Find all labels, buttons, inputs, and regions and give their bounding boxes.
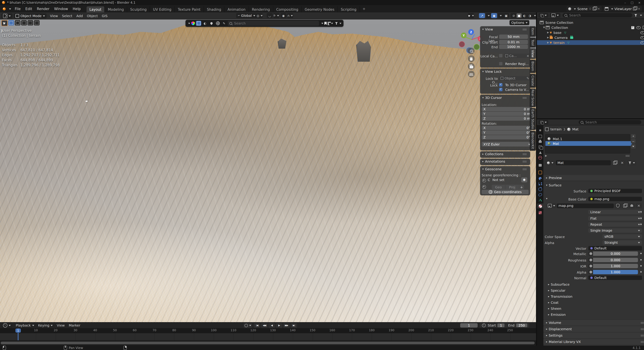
clip-end-field[interactable]: 1000 m xyxy=(499,44,528,49)
tab-data-icon[interactable] xyxy=(538,197,543,203)
n-panel-tab[interactable]: Tool xyxy=(530,38,536,47)
interpolation-dropdown[interactable]: Linear xyxy=(588,210,642,214)
image-name-field[interactable]: map.png xyxy=(557,203,614,208)
tab-scene-icon[interactable] xyxy=(538,150,543,155)
crs-radio[interactable] xyxy=(482,179,486,182)
shading-wireframe-icon[interactable]: ⊘ xyxy=(511,13,516,18)
workspace-tab[interactable]: Layout xyxy=(86,6,105,12)
properties-search-input[interactable] xyxy=(585,120,639,124)
shading-rendered-icon[interactable]: ◑ xyxy=(527,13,532,18)
panel-collections[interactable]: ▸Collections xyxy=(480,152,530,158)
outliner-search-box[interactable] xyxy=(562,13,632,17)
focal-length-field[interactable]: 50 mm xyxy=(499,34,528,39)
minimize-button[interactable]: – xyxy=(624,1,626,4)
proj-radio[interactable] xyxy=(482,185,486,189)
mode-dropdown[interactable]: Object Mode xyxy=(14,13,46,18)
render-region-checkbox[interactable] xyxy=(499,62,502,65)
collection-checkbox[interactable] xyxy=(631,26,634,29)
object-visibility-dropdown[interactable] xyxy=(468,13,474,18)
workspace-tab[interactable]: Sculpting xyxy=(127,6,150,12)
gis-collapse-caret-icon[interactable] xyxy=(188,23,190,25)
zoom-button[interactable]: + xyxy=(468,48,474,54)
transport-button[interactable]: ▶▶ xyxy=(283,323,290,328)
shading-material-icon[interactable]: ◐ xyxy=(522,13,527,18)
local-camera-checkbox[interactable] xyxy=(499,54,502,57)
tab-material-icon[interactable] xyxy=(537,204,544,209)
filter-icon[interactable] xyxy=(634,14,637,16)
select-mode-invert[interactable] xyxy=(28,20,33,25)
cursor-rotation-x[interactable]: X0° xyxy=(482,126,532,130)
timeline-editor-type[interactable] xyxy=(1,323,12,328)
viewport-menu-view[interactable]: View xyxy=(48,14,60,17)
transport-button[interactable]: ▶ xyxy=(276,323,282,328)
shading-solid-icon[interactable]: ● xyxy=(516,13,522,18)
rotation-mode-dropdown[interactable]: XYZ Euler xyxy=(482,142,532,146)
cursor-rotation-y[interactable]: Y0° xyxy=(482,130,532,135)
n-panel-tab[interactable]: Item xyxy=(530,26,536,36)
auto-keying-button[interactable] xyxy=(244,323,252,328)
crs-settings-button[interactable]: ✱ xyxy=(521,177,527,182)
blender-menu-icon[interactable] xyxy=(3,7,6,10)
hide-eye-icon[interactable] xyxy=(640,36,644,39)
base-color-button[interactable]: map.png xyxy=(588,197,642,201)
properties-panel[interactable]: ▸Material Library VX xyxy=(544,339,644,345)
workspace-tab[interactable]: Compositing xyxy=(273,6,302,12)
select-mode-subtract[interactable] xyxy=(21,20,27,25)
transport-button[interactable]: ▶| xyxy=(290,323,297,328)
expand-icon[interactable]: ▶ xyxy=(546,31,550,34)
xray-toggle[interactable]: ▣ xyxy=(503,13,509,18)
playhead-frame-badge[interactable]: 1 xyxy=(16,329,21,333)
tab-modifiers-icon[interactable] xyxy=(538,176,543,181)
geo-coordinates-button[interactable]: Geo-coordinates xyxy=(482,190,528,194)
new-material-copy-button[interactable] xyxy=(612,160,618,165)
n-panel-tab[interactable]: View xyxy=(530,49,536,59)
tab-view-layer-icon[interactable] xyxy=(538,144,543,150)
properties-panel[interactable]: ▸Settings xyxy=(544,333,644,338)
tab-physics-icon[interactable] xyxy=(538,187,543,192)
panel-annotations[interactable]: ▸Annotations xyxy=(480,159,530,165)
select-mode-new[interactable] xyxy=(8,20,14,25)
hide-eye-icon[interactable] xyxy=(640,31,644,34)
end-frame-field[interactable]: 250 xyxy=(516,324,527,327)
render-visibility-icon[interactable] xyxy=(643,26,644,29)
properties-panel[interactable]: ▸Displacement xyxy=(544,326,644,332)
gis-search-input[interactable] xyxy=(234,21,317,25)
transport-button[interactable]: ◀ xyxy=(268,323,275,328)
menu-render[interactable]: Render xyxy=(34,7,52,11)
color-space-dropdown[interactable]: sRGB xyxy=(602,234,642,239)
gis-globe-tool[interactable] xyxy=(215,21,220,26)
transport-button[interactable]: |◀ xyxy=(254,323,260,328)
material-browse-button[interactable] xyxy=(545,160,555,165)
pan-button[interactable] xyxy=(468,55,474,62)
ior-slider[interactable]: 1.000 xyxy=(593,264,638,268)
viewport-canvas[interactable] xyxy=(0,19,536,322)
add-slot-button[interactable]: ＋ xyxy=(631,134,636,138)
gis-filter-button[interactable] xyxy=(334,21,342,26)
local-camera-field[interactable]: Ca...× xyxy=(504,54,531,58)
base-object-marker[interactable] xyxy=(86,101,88,102)
menu-help[interactable]: Help xyxy=(70,7,83,11)
menu-edit[interactable]: Edit xyxy=(23,7,34,11)
lock-to-object-field[interactable]: Object✎ xyxy=(499,76,531,80)
viewport-menu-select[interactable]: Select xyxy=(60,14,74,17)
gis-paint-tool[interactable]: ✎ xyxy=(221,21,227,26)
gis-sphere-tool[interactable]: ◐ xyxy=(202,21,208,26)
gizmo-axis-z[interactable]: Z xyxy=(468,29,474,35)
workspace-tab[interactable]: Texture Paint xyxy=(175,6,204,12)
n-panel-tab[interactable]: Create xyxy=(530,74,536,87)
options-dropdown[interactable]: Options xyxy=(510,20,529,25)
add-workspace-button[interactable]: + xyxy=(360,6,368,11)
terrain-mesh[interactable] xyxy=(0,19,536,322)
select-mode-intersect[interactable] xyxy=(34,20,40,25)
tab-object-icon[interactable] xyxy=(538,170,543,175)
camera-view-button[interactable] xyxy=(468,63,474,70)
scene-unlink-icon[interactable]: × xyxy=(598,7,600,10)
workspace-tab[interactable]: Scripting xyxy=(338,6,360,12)
material-subpanel[interactable]: ▸Coat xyxy=(548,300,558,305)
metallic-socket[interactable] xyxy=(588,251,593,256)
normal-button[interactable]: Default xyxy=(588,276,642,280)
scene-pin-icon[interactable]: ✩ xyxy=(589,7,591,10)
surface-shader-button[interactable]: Principled BSDF xyxy=(588,189,642,193)
surface-panel-header[interactable]: ▾Surface xyxy=(546,182,562,188)
tab-world-icon[interactable] xyxy=(538,155,543,160)
